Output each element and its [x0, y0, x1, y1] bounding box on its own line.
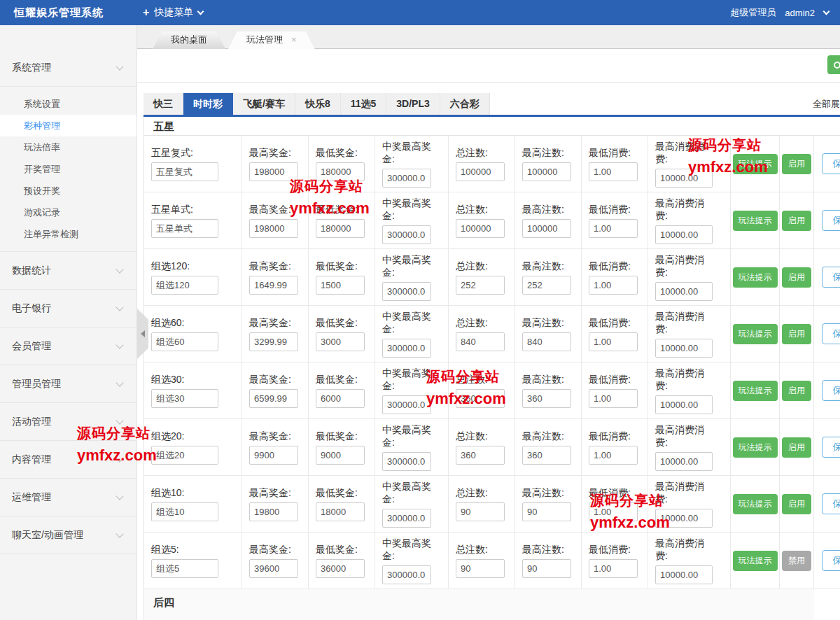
sidebar-group-ops[interactable]: 运维管理: [0, 479, 136, 516]
play-tab-kl8[interactable]: 快乐8: [295, 93, 341, 115]
save-button[interactable]: 保存: [822, 380, 840, 401]
min-cost-input[interactable]: [589, 219, 638, 238]
max-cost-input[interactable]: [655, 565, 713, 584]
sidebar-item-draw-manage[interactable]: 开奖管理: [0, 158, 136, 180]
play-name-input[interactable]: [151, 502, 218, 521]
min-cost-input[interactable]: [589, 559, 638, 578]
toggle-status-button[interactable]: 启用: [782, 267, 811, 288]
max-bets-input[interactable]: [522, 502, 571, 521]
play-tip-button[interactable]: 玩法提示: [733, 211, 778, 231]
max-prize-input[interactable]: [249, 389, 298, 408]
min-cost-input[interactable]: [589, 162, 638, 181]
max-cost-input[interactable]: [655, 282, 713, 301]
max-prize-input[interactable]: [249, 219, 298, 238]
total-bets-input[interactable]: [456, 389, 505, 408]
sidebar-item-preset-draw[interactable]: 预设开奖: [0, 180, 136, 202]
total-bets-input[interactable]: [456, 162, 505, 181]
sidebar-group-members[interactable]: 会员管理: [0, 327, 136, 365]
min-cost-input[interactable]: [589, 446, 638, 465]
max-cost-input[interactable]: [655, 395, 713, 414]
max-prize-input[interactable]: [249, 559, 298, 578]
search-button[interactable]: [827, 55, 840, 74]
play-name-input[interactable]: [151, 332, 218, 351]
toggle-status-button[interactable]: 启用: [782, 494, 811, 514]
sidebar-group-admins[interactable]: 管理员管理: [0, 365, 136, 403]
play-name-input[interactable]: [151, 162, 218, 181]
max-bets-input[interactable]: [522, 446, 571, 465]
toggle-status-button[interactable]: 启用: [782, 324, 811, 344]
save-button[interactable]: 保存: [822, 493, 840, 514]
max-cost-input[interactable]: [655, 169, 713, 188]
section-header-last-four[interactable]: 后四: [144, 589, 814, 620]
max-prize-input[interactable]: [249, 332, 298, 351]
toggle-status-button[interactable]: 启用: [782, 154, 811, 174]
play-name-input[interactable]: [151, 446, 218, 465]
win-max-prize-input[interactable]: [382, 565, 431, 584]
play-name-input[interactable]: [151, 219, 218, 238]
toggle-status-button[interactable]: 禁用: [782, 551, 811, 571]
sidebar-group-e-bank[interactable]: 电子银行: [0, 290, 136, 327]
win-max-prize-input[interactable]: [382, 452, 431, 471]
sidebar-item-lottery-manage[interactable]: 彩种管理: [0, 115, 136, 136]
min-prize-input[interactable]: [316, 389, 365, 408]
total-bets-input[interactable]: [456, 332, 505, 351]
play-tab-speedboat-racing[interactable]: 飞艇/赛车: [233, 93, 295, 115]
sidebar-group-chatroom[interactable]: 聊天室/动画管理: [0, 516, 136, 554]
min-prize-input[interactable]: [316, 276, 365, 295]
play-tip-button[interactable]: 玩法提示: [733, 324, 778, 344]
min-prize-input[interactable]: [316, 502, 365, 521]
min-prize-input[interactable]: [316, 446, 365, 465]
play-tab-lhc[interactable]: 六合彩: [440, 93, 490, 115]
min-prize-input[interactable]: [316, 219, 365, 238]
min-cost-input[interactable]: [589, 502, 638, 521]
sidebar-item-system-settings[interactable]: 系统设置: [0, 93, 136, 115]
max-bets-input[interactable]: [522, 162, 571, 181]
win-max-prize-input[interactable]: [382, 509, 431, 528]
tab-my-desktop[interactable]: 我的桌面: [153, 31, 225, 49]
save-button[interactable]: 保存: [822, 437, 840, 458]
max-cost-input[interactable]: [655, 509, 713, 528]
play-tab-k3[interactable]: 快三: [144, 93, 183, 115]
sidebar-item-game-records[interactable]: 游戏记录: [0, 202, 136, 223]
save-button[interactable]: 保存: [822, 153, 840, 174]
win-max-prize-input[interactable]: [382, 339, 431, 358]
min-prize-input[interactable]: [316, 332, 365, 351]
expand-all-link[interactable]: 全部展: [813, 93, 840, 115]
total-bets-input[interactable]: [456, 502, 505, 521]
max-bets-input[interactable]: [522, 389, 571, 408]
play-tip-button[interactable]: 玩法提示: [733, 551, 778, 571]
max-prize-input[interactable]: [249, 446, 298, 465]
save-button[interactable]: 保存: [822, 210, 840, 231]
toggle-status-button[interactable]: 启用: [782, 211, 811, 231]
max-prize-input[interactable]: [249, 502, 298, 521]
sidebar-item-abnormal-bets[interactable]: 注单异常检测: [0, 223, 136, 245]
max-cost-input[interactable]: [655, 339, 713, 358]
play-tab-ssc[interactable]: 时时彩: [183, 93, 233, 115]
min-cost-input[interactable]: [589, 389, 638, 408]
sidebar-group-content[interactable]: 内容管理: [0, 441, 136, 479]
toggle-status-button[interactable]: 启用: [782, 381, 811, 401]
play-tip-button[interactable]: 玩法提示: [733, 381, 778, 401]
win-max-prize-input[interactable]: [382, 225, 431, 244]
min-prize-input[interactable]: [316, 559, 365, 578]
total-bets-input[interactable]: [456, 446, 505, 465]
min-prize-input[interactable]: [316, 162, 365, 181]
total-bets-input[interactable]: [456, 276, 505, 295]
play-name-input[interactable]: [151, 559, 218, 578]
play-tip-button[interactable]: 玩法提示: [733, 437, 778, 458]
save-button[interactable]: 保存: [822, 550, 840, 571]
play-name-input[interactable]: [151, 389, 218, 408]
win-max-prize-input[interactable]: [382, 395, 431, 414]
sidebar-group-activities[interactable]: 活动管理: [0, 403, 136, 441]
win-max-prize-input[interactable]: [382, 169, 431, 188]
win-max-prize-input[interactable]: [382, 282, 431, 301]
max-bets-input[interactable]: [522, 276, 571, 295]
max-bets-input[interactable]: [522, 219, 571, 238]
play-tip-button[interactable]: 玩法提示: [733, 154, 778, 174]
play-tip-button[interactable]: 玩法提示: [733, 494, 778, 514]
play-tab-11x5[interactable]: 11选5: [341, 93, 387, 115]
min-cost-input[interactable]: [589, 276, 638, 295]
save-button[interactable]: 保存: [822, 323, 840, 344]
quick-menu-button[interactable]: + 快捷菜单: [143, 6, 203, 19]
max-prize-input[interactable]: [249, 162, 298, 181]
